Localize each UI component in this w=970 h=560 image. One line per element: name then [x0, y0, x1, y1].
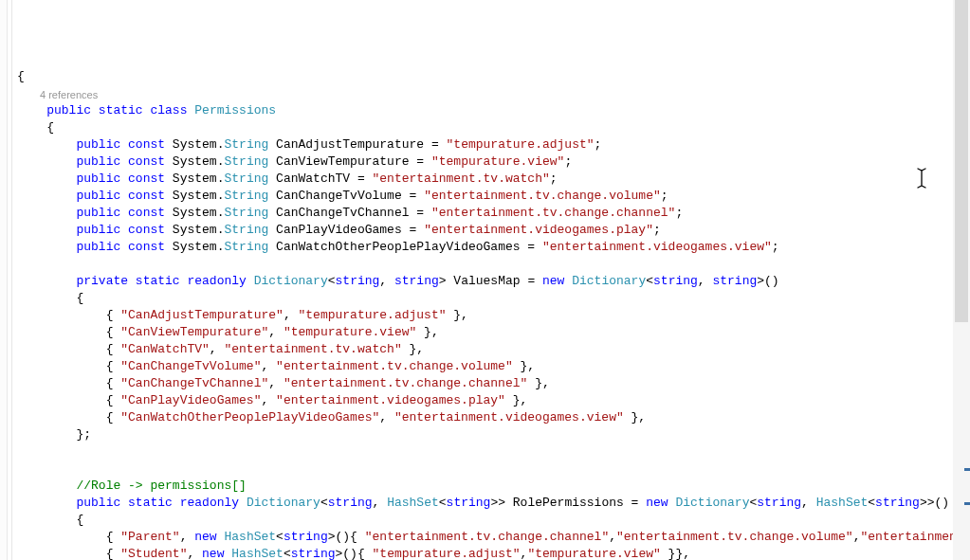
token-plain: <	[320, 496, 328, 510]
token-str: "entertainment.videogames.play"	[424, 223, 653, 237]
token-kw: string	[447, 496, 491, 510]
token-str: "entertainment.tv.change.volume"	[424, 189, 661, 203]
token-plain: ;	[550, 172, 558, 186]
token-plain	[173, 496, 180, 510]
token-kw: string	[328, 496, 373, 510]
token-plain: ,	[801, 496, 816, 510]
token-type: Dictionary	[247, 496, 320, 510]
token-plain: >> RolePermissions =	[490, 496, 646, 510]
token-plain: };	[76, 427, 91, 442]
token-type: Dictionary	[572, 274, 646, 288]
token-str: "entertainment.tv.change.channel"	[284, 376, 527, 390]
vertical-scrollbar[interactable]	[953, 0, 970, 560]
code-line[interactable]: public const System.String CanChangeTvCh…	[17, 205, 970, 222]
token-kw: string	[757, 496, 801, 510]
code-editor[interactable]: {4 references public static class Permis…	[0, 0, 970, 560]
token-plain: {	[106, 308, 121, 322]
code-line[interactable]: {	[17, 119, 970, 136]
token-kw: static	[99, 103, 143, 117]
token-kw: public	[76, 206, 120, 220]
token-type: String	[224, 137, 268, 152]
token-plain: >()	[757, 274, 778, 288]
token-plain: >>()	[920, 496, 949, 510]
code-line[interactable]: {	[17, 68, 970, 85]
token-plain: {	[106, 410, 121, 425]
code-line[interactable]: private static readonly Dictionary<strin…	[17, 273, 970, 290]
token-kw: new	[542, 274, 564, 288]
token-str: "CanWatchOtherPeoplePlayVideoGames"	[120, 410, 379, 425]
code-line[interactable]	[17, 461, 970, 478]
token-plain: <	[868, 496, 875, 510]
token-plain: {	[106, 359, 121, 373]
token-plain: ;	[595, 137, 602, 152]
token-plain	[247, 274, 254, 288]
code-line[interactable]: { "CanPlayVideoGames", "entertainment.vi…	[17, 392, 970, 409]
code-line[interactable]: { "CanViewTempurature", "tempurature.vie…	[17, 324, 970, 341]
token-plain: {	[106, 325, 121, 339]
token-plain: System.	[165, 172, 224, 186]
token-plain: >(){	[336, 547, 373, 560]
token-plain: ,	[268, 325, 284, 339]
token-kw: new	[194, 530, 216, 544]
code-line[interactable]	[17, 443, 970, 461]
token-plain	[120, 172, 128, 186]
token-str: "entertainment.tv.watch"	[224, 342, 401, 356]
token-str: "Parent"	[120, 530, 179, 544]
token-kw: public	[76, 154, 120, 169]
code-line[interactable]: //Role -> permissions[]	[17, 478, 970, 495]
code-line[interactable]: };	[17, 426, 970, 443]
token-plain: <	[439, 496, 447, 510]
token-type: String	[224, 240, 268, 254]
token-str: "CanPlayVideoGames"	[120, 393, 261, 407]
code-line[interactable]: {	[17, 512, 970, 529]
token-str: "entertainment.tv.watch"	[373, 172, 550, 186]
code-line[interactable]: { "Parent", new HashSet<string>(){ "ente…	[17, 529, 970, 546]
token-type: String	[224, 223, 268, 237]
token-plain: ;	[772, 240, 779, 254]
token-plain: <	[646, 274, 653, 288]
token-plain	[128, 274, 136, 288]
code-line[interactable]: { "CanAdjustTempurature", "tempurature.a…	[17, 307, 970, 324]
code-line[interactable]: { "CanChangeTvChannel", "entertainment.t…	[17, 375, 970, 392]
token-kw: string	[875, 496, 920, 510]
token-plain: },	[513, 359, 535, 373]
code-line[interactable]: { "CanChangeTvVolume", "entertainment.tv…	[17, 358, 970, 375]
token-plain: CanChangeTvVolume =	[268, 189, 424, 203]
code-line[interactable]: public static readonly Dictionary<string…	[17, 495, 970, 512]
token-plain: ,	[698, 274, 713, 288]
code-line[interactable]: public const System.String CanWatchOther…	[17, 239, 970, 256]
scrollbar-thumb[interactable]	[955, 0, 968, 322]
scrollbar-marker	[964, 468, 970, 471]
code-line[interactable]	[17, 256, 970, 273]
token-plain: ;	[661, 189, 668, 203]
code-line[interactable]: public const System.String CanWatchTV = …	[17, 171, 970, 188]
token-plain: ,	[210, 342, 225, 356]
token-type: HashSet	[224, 530, 276, 544]
token-plain: },	[505, 393, 527, 407]
token-plain: {	[76, 291, 83, 305]
code-line[interactable]: public static class Permissions	[17, 102, 970, 119]
token-plain: },	[416, 325, 438, 339]
codelens-reference-count[interactable]: 4 references	[17, 85, 970, 102]
code-line[interactable]: public const System.String CanChangeTvVo…	[17, 188, 970, 205]
token-type: HashSet	[387, 496, 439, 510]
token-kw: static	[128, 496, 173, 510]
token-str: "entertainment.tv.change.channel"	[365, 530, 609, 544]
code-line[interactable]: { "CanWatchTV", "entertainment.tv.watch"…	[17, 341, 970, 358]
token-plain: > ValuesMap =	[439, 274, 542, 288]
code-line[interactable]: public const System.String CanAdjustTemp…	[17, 136, 970, 154]
token-plain: ;	[653, 223, 661, 237]
token-kw: string	[291, 547, 336, 560]
token-kw: string	[394, 274, 439, 288]
code-line[interactable]: public const System.String CanViewTempur…	[17, 154, 970, 171]
token-kw: const	[128, 223, 165, 237]
code-line[interactable]: {	[17, 290, 970, 307]
code-content[interactable]: {4 references public static class Permis…	[4, 68, 970, 560]
token-str: "entertainment.videogames.play"	[276, 393, 505, 407]
code-line[interactable]: { "CanWatchOtherPeoplePlayVideoGames", "…	[17, 409, 970, 426]
code-line[interactable]: public const System.String CanPlayVideoG…	[17, 222, 970, 239]
token-str: "tempurature.view"	[527, 547, 660, 560]
token-str: "entertainment.tv.change.volume"	[276, 359, 513, 373]
code-line[interactable]: { "Student", new HashSet<string>(){ "tem…	[17, 546, 970, 560]
token-str: "entertainment.videogames.view"	[542, 240, 772, 254]
